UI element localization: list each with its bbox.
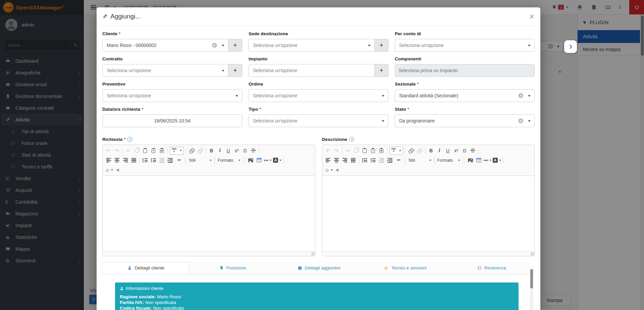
impianto-select[interactable]: Seleziona un'opzione [249,64,375,77]
smiley-button[interactable]: ☺ [324,166,333,174]
add-impianto-button[interactable]: + [374,64,388,77]
editor-resize-handle[interactable] [103,251,315,256]
special-char-button[interactable]: Ω [460,146,469,155]
editor-resize-handle[interactable] [322,251,535,256]
numbered-list-button[interactable] [361,156,369,164]
stato-select[interactable]: Da programmare× [395,114,535,127]
superscript-button[interactable]: x² [232,146,241,155]
add-contratto-button[interactable]: + [228,64,242,77]
cliente-select[interactable]: Mario Rossi - 00000002× [102,39,228,52]
format-combo[interactable]: Formato [434,156,463,164]
tipo-select[interactable]: Seleziona un'opzione [249,114,388,127]
tab-dettagli-aggiuntivi[interactable]: Dettagli aggiuntivi [276,262,362,274]
paste-text-button[interactable]: T [369,146,377,155]
tab-tecnici-e-sessioni[interactable]: Tecnici e sessioni [362,262,448,274]
bulleted-list-button[interactable] [369,156,377,164]
field-label: Cliente* [102,31,242,37]
tab-posizione[interactable]: Posizione [189,262,275,274]
scrollbar-thumb[interactable] [530,269,533,289]
italic-button[interactable]: I [435,146,443,155]
blockquote-button[interactable]: ”” [394,156,402,164]
add-sede-destinazione-button[interactable]: + [374,39,388,52]
styles-combo[interactable]: Stili [406,156,434,164]
paste-text-icon: T [152,149,156,153]
special-char-button[interactable]: Ω [241,146,249,155]
bold-button[interactable]: B [207,146,216,155]
tab-ricorrenza[interactable]: Ricorrenza [448,262,535,274]
align-center-icon [115,158,119,162]
text-color-button[interactable] [483,156,492,164]
format-combo[interactable]: Formato [215,156,244,164]
spellcheck-button[interactable]: ABC✔ [170,147,184,155]
smiley-button[interactable]: ☺ [104,166,114,174]
sede-destinazione-select[interactable]: Seleziona un'opzione [249,39,375,52]
align-justify-button[interactable] [129,156,138,164]
paste-text-button[interactable]: T [149,146,158,155]
bulleted-list-button[interactable] [149,156,158,164]
blockquote-button[interactable]: ”” [174,156,183,164]
align-center-button[interactable] [113,156,121,164]
tab-pane-dettagli-cliente: Informazioni cliente Ragione sociale:Mar… [102,274,535,310]
paste-button[interactable] [141,146,149,155]
text-color-icon [264,159,268,161]
cut-icon: ✂ [346,148,350,153]
bg-color-button[interactable]: A [492,156,502,164]
contratto-select[interactable]: Seleziona un'opzione [102,64,228,77]
align-right-button[interactable] [341,156,349,164]
modal-pane-scrollbar[interactable] [530,268,533,310]
table-button[interactable] [255,156,263,164]
align-left-button[interactable] [324,156,332,164]
align-center-button[interactable] [332,156,341,164]
modal-title: ✎Aggiungi... [103,13,141,20]
underline-button[interactable]: U [443,146,452,155]
plugin-toggle-button[interactable] [564,40,577,53]
align-justify-button[interactable] [349,156,358,164]
table-button[interactable] [475,156,483,164]
paste-word-button[interactable]: W [158,146,166,155]
text-color-button[interactable] [263,156,272,164]
blockquote-icon: ”” [397,159,399,164]
paste-button[interactable] [361,146,369,155]
tab-dettagli-cliente[interactable]: Dettagli cliente [102,262,189,274]
align-left-button[interactable] [104,156,113,164]
image-button[interactable] [466,156,475,164]
help-icon[interactable]: ? [349,137,354,142]
data-ora-richiesta-input[interactable] [102,114,242,127]
clear-icon[interactable]: × [518,118,523,123]
descrizione-editor-area[interactable] [322,176,535,251]
preventivo-select[interactable]: Seleziona un'opzione [102,89,242,102]
source-button[interactable]: < [333,166,342,174]
sezionale-select[interactable]: Standard attività (Sezionale)× [395,89,535,102]
spellcheck-button[interactable]: ABC✔ [389,147,404,155]
per-conto-di-select[interactable]: Seleziona un'opzione [395,39,535,52]
help-icon[interactable]: ? [127,137,132,142]
superscript-button[interactable]: x² [452,146,460,155]
redo-button: ↷ [332,146,341,155]
indent-button[interactable] [386,156,394,164]
numbered-list-button[interactable] [141,156,149,164]
richiesta-editor-area[interactable] [103,176,315,251]
link-button[interactable] [407,146,415,155]
field-label: Sezionale* [395,81,535,87]
toolbar-separator [405,148,406,154]
align-right-button[interactable] [121,156,129,164]
source-button[interactable]: < [114,166,122,174]
styles-combo[interactable]: Stili [186,156,215,164]
paste-word-button[interactable]: W [377,146,386,155]
bold-button[interactable]: B [427,146,435,155]
add-cliente-button[interactable]: + [228,39,242,52]
field-label: Sede destinazione [249,31,388,37]
clear-icon[interactable]: × [518,93,523,98]
horizontal-rule-button[interactable] [469,146,477,155]
italic-button[interactable]: I [216,146,224,155]
underline-button[interactable]: U [224,146,232,155]
clear-icon[interactable]: × [212,43,217,48]
close-icon[interactable]: × [529,12,534,21]
ordine-select[interactable]: Seleziona un'opzione [249,89,388,102]
bg-color-button[interactable]: A [272,156,282,164]
horizontal-rule-button[interactable] [249,146,258,155]
image-button[interactable] [247,156,255,164]
field-sede-destinazione: Sede destinazioneSeleziona un'opzione+ [249,27,388,52]
link-button[interactable] [187,146,196,155]
indent-button[interactable] [166,156,174,164]
